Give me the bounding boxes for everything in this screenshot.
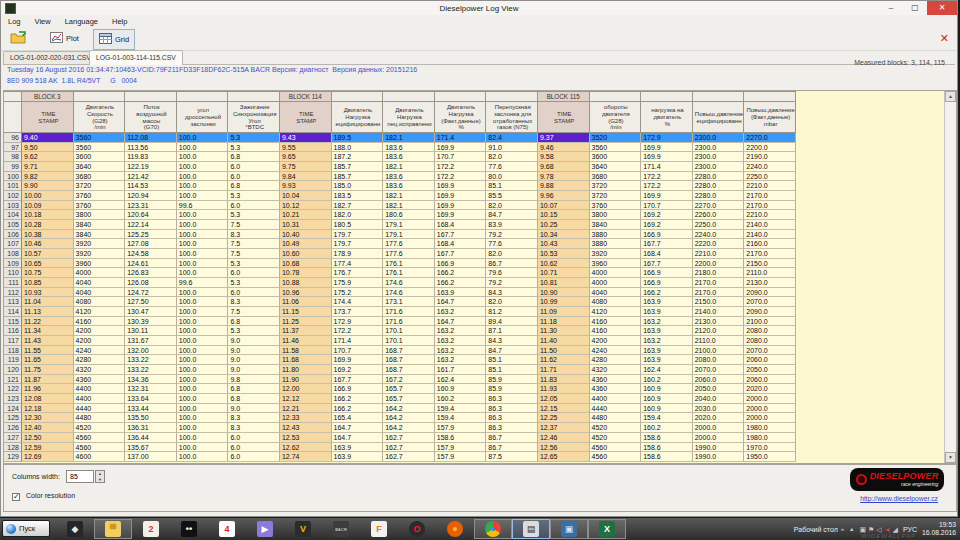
tray-volume-icon[interactable]: ◁ [876, 526, 883, 533]
image-viewer-icon[interactable]: ▣ [550, 519, 588, 539]
close-file-icon[interactable]: ✕ [940, 32, 949, 44]
table-row[interactable]: 11210.934040124.72100.06.010.96175.2174.… [4, 288, 796, 298]
scroll-up-icon[interactable]: ▲ [945, 91, 956, 102]
table-row[interactable]: 10510.283840122.14100.07.510.31180.5179.… [4, 220, 796, 230]
table-row[interactable]: 11811.554240132.00100.09.011.58170.7168.… [4, 346, 796, 356]
grid-cell: 167.7 [641, 239, 693, 249]
table-row[interactable]: 979.503560113.56100.05.39.55188.0183.616… [4, 143, 796, 153]
plot-button[interactable]: Plot [45, 29, 84, 48]
grid-cell: 173.7 [332, 307, 384, 317]
table-row[interactable]: 11411.134120130.47100.07.511.15173.7171.… [4, 307, 796, 317]
close-button[interactable]: ✕ [927, 1, 957, 15]
opera-icon[interactable]: O [398, 519, 436, 539]
table-row[interactable]: 12812.594560135.67100.06.012.62163.9162.… [4, 443, 796, 453]
kmplayer-icon[interactable]: ▶ [246, 519, 284, 539]
tab-log-003[interactable]: LOG-01-003-114-115.CSV [89, 50, 183, 65]
grid-cell: 162.7 [383, 433, 435, 443]
minimize-button[interactable]: – [879, 1, 903, 15]
table-row[interactable]: 10710.463920127.08100.07.510.49179.7177.… [4, 239, 796, 249]
eyes-app-icon[interactable]: •• [170, 519, 208, 539]
taskbar-clock[interactable]: 19:53 16.08.2016 [922, 521, 956, 537]
grid-cell: 2130.0 [744, 278, 796, 288]
table-row[interactable]: 999.713640122.19100.06.09.75185.7182.117… [4, 162, 796, 172]
grid-cell: 163.9 [332, 452, 384, 462]
solitaire-icon[interactable]: 4 [208, 519, 246, 539]
table-row[interactable]: 11511.224160130.39100.06.811.25172.9171.… [4, 317, 796, 327]
open-log-button[interactable] [5, 29, 33, 48]
menu-view[interactable]: View [28, 17, 58, 26]
excel-icon[interactable]: X [588, 519, 626, 539]
table-row[interactable]: 11911.654280133.22100.09.011.68169.9168.… [4, 355, 796, 365]
table-row[interactable]: 12111.874360134.36100.09.811.90167.7167.… [4, 375, 796, 385]
table-row[interactable]: 12211.964400132.31100.06.812.00166.9165.… [4, 384, 796, 394]
table-row[interactable]: 10910.653960124.61100.05.310.68177.4176.… [4, 259, 796, 269]
tray-alert-icon[interactable]: ◄ [884, 526, 893, 533]
grid-cell: 10.57 [22, 249, 74, 259]
tray-expand-icon[interactable]: ▲ [849, 526, 854, 532]
table-row[interactable]: 12612.404520136.31100.08.312.43164.7164.… [4, 423, 796, 433]
desktop-chevron[interactable]: » [841, 526, 844, 532]
desktop-toolbar-label[interactable]: Рабочий стол [794, 526, 838, 533]
freecommander-icon[interactable]: F [360, 519, 398, 539]
maximize-button[interactable]: ▢ [903, 1, 927, 15]
table-row[interactable]: 12011.754320133.22100.09.011.80169.2168.… [4, 365, 796, 375]
table-row[interactable]: 12312.084400133.64100.06.812.12166.2165.… [4, 394, 796, 404]
vivaldi-icon[interactable]: V [284, 519, 322, 539]
table-row[interactable]: 969.403560112.08100.05.39.43189.5182.117… [4, 133, 796, 143]
columns-width-stepper[interactable]: ▲▼ [95, 470, 105, 483]
table-row[interactable]: 11311.044080127.50100.08.311.06174.4173.… [4, 297, 796, 307]
grid-cell: 2060.0 [693, 375, 745, 385]
table-row[interactable]: 10210.003760120.94100.05.310.04183.5182.… [4, 191, 796, 201]
explorer-icon[interactable]: ▀ [94, 519, 132, 539]
table-row[interactable]: 11110.854040126.0899.65.310.88175.9174.6… [4, 278, 796, 288]
tab-log-002[interactable]: LOG-01-002-020-031.CSV [3, 51, 98, 64]
table-row[interactable]: 12412.184440133.44100.09.012.21166.2164.… [4, 404, 796, 414]
language-indicator[interactable]: РУС [903, 526, 917, 533]
table-row[interactable]: 989.623600119.83100.06.89.65187.2183.617… [4, 152, 796, 162]
grid-cell: 163.2 [641, 317, 693, 327]
table-row[interactable]: 10810.573920124.58100.07.510.60178.9177.… [4, 249, 796, 259]
tray-updates-icon[interactable]: ▣ [860, 526, 869, 533]
table-row[interactable]: 11611.344200130.11100.05.311.37172.2170.… [4, 326, 796, 336]
menu-language[interactable]: Language [58, 17, 105, 26]
grid-cell: 3840 [74, 220, 126, 230]
start-button[interactable]: Пуск [2, 520, 50, 537]
menu-log[interactable]: Log [1, 17, 28, 26]
table-row[interactable]: 11711.434200131.67100.09.011.46171.4170.… [4, 336, 796, 346]
vertical-scrollbar[interactable]: ▲ ▼ [944, 91, 956, 463]
firefox-icon[interactable]: ● [436, 519, 474, 539]
grid-cell: 173.1 [383, 297, 435, 307]
dieselpower-link[interactable]: http://www.dieselpower.cz [860, 495, 938, 502]
table-row[interactable]: 1009.823680121.42100.06.09.84185.7183.61… [4, 172, 796, 182]
row-number-cell: 115 [4, 317, 22, 327]
table-row[interactable]: 10310.093760123.3199.66.010.12182.7182.1… [4, 201, 796, 211]
table-row[interactable]: 12912.694600137.00100.06.012.74163.9162.… [4, 452, 796, 462]
color-resolution-checkbox[interactable] [12, 493, 20, 501]
grid-cell: 100.0 [177, 375, 229, 385]
grid-cell: 171.4 [332, 336, 384, 346]
logview-window-icon[interactable]: ▤ [512, 519, 550, 539]
menu-help[interactable]: Help [105, 17, 134, 26]
grid-cell: 136.31 [125, 423, 177, 433]
grid-cell: 9.82 [22, 172, 74, 182]
table-row[interactable]: 10610.383840125.25100.08.310.40179.7179.… [4, 230, 796, 240]
grid-cell: 133.22 [125, 365, 177, 375]
columns-width-input[interactable]: 85 [66, 470, 94, 483]
table-row[interactable]: 1019.903720114.53100.06.89.93185.0183.61… [4, 181, 796, 191]
table-row[interactable]: 10410.183800120.64100.05.310.21182.0180.… [4, 210, 796, 220]
inkscape-icon[interactable]: ◆ [56, 519, 94, 539]
grid-cell: 6.8 [228, 181, 280, 191]
grid-cell: 169.9 [435, 181, 487, 191]
grid-cell: 10.62 [538, 259, 590, 269]
bacr-icon[interactable]: BACR [322, 519, 360, 539]
table-row[interactable]: 12712.504560136.44100.06.012.53164.7162.… [4, 433, 796, 443]
chrome-icon[interactable]: ● [474, 519, 512, 539]
grid-cell: 170.1 [383, 326, 435, 336]
maps-icon[interactable]: 2 [132, 519, 170, 539]
table-row[interactable]: 11010.754000126.83100.06.010.78176.7176.… [4, 268, 796, 278]
grid-cell: 3560 [590, 143, 642, 153]
grid-button[interactable]: Grid [93, 29, 135, 50]
scroll-down-icon[interactable]: ▼ [945, 452, 956, 463]
table-row[interactable]: 12512.304480135.50100.08.312.33165.4164.… [4, 413, 796, 423]
tray-network-icon[interactable]: ◢ [893, 526, 898, 533]
